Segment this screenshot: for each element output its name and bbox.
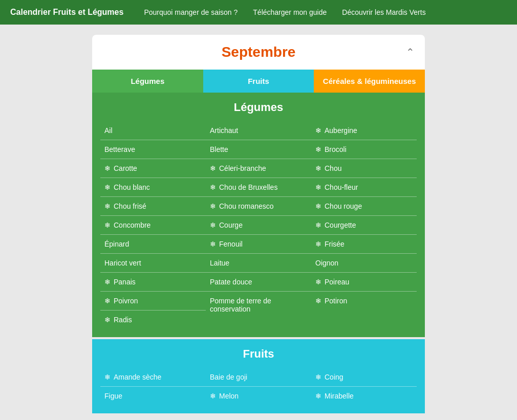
- nav-link-guide[interactable]: Télécharger mon guide: [253, 8, 327, 16]
- item-label: Amande sèche: [114, 373, 161, 381]
- snowflake-icon: ❄: [104, 316, 111, 324]
- item-label: Artichaut: [210, 126, 238, 135]
- item-label: Blette: [210, 145, 228, 153]
- top-nav: Calendrier Fruits et Légumes Pourquoi ma…: [0, 0, 517, 25]
- snowflake-icon: ❄: [104, 373, 111, 381]
- list-item: ❄Concombre: [100, 216, 206, 235]
- tab-fruits[interactable]: Fruits: [203, 70, 314, 93]
- nav-links: Pourquoi manger de saison ? Télécharger …: [144, 8, 425, 16]
- item-label: Chou romanesco: [219, 202, 274, 210]
- col-2: ❄Coing❄Mirabelle: [311, 368, 417, 405]
- item-label: Chou: [325, 164, 341, 172]
- list-item: ❄Coing: [311, 368, 417, 387]
- item-label: Panais: [114, 278, 136, 286]
- list-item: Épinard: [100, 235, 206, 254]
- tab-legumes[interactable]: Légumes: [92, 70, 203, 93]
- snowflake-icon: ❄: [210, 240, 216, 248]
- list-item: Ail: [100, 121, 206, 140]
- list-item: ❄Carotte: [100, 159, 206, 178]
- snowflake-icon: ❄: [315, 126, 321, 135]
- main-container: Septembre ⌃ Légumes Fruits Céréales & lé…: [92, 25, 425, 420]
- item-label: Ail: [104, 126, 113, 135]
- snowflake-icon: ❄: [210, 202, 216, 210]
- legumes-grid: AilBetterave❄Carotte❄Chou blanc❄Chou fri…: [100, 121, 417, 329]
- snowflake-icon: ❄: [104, 202, 111, 210]
- snowflake-icon: ❄: [315, 392, 321, 400]
- list-item: ❄Chou de Bruxelles: [206, 178, 311, 197]
- list-item: ❄Chou-fleur: [311, 178, 417, 197]
- item-label: Poireau: [325, 278, 349, 286]
- legumes-section-title: Légumes: [100, 101, 417, 114]
- tabs-row: Légumes Fruits Céréales & légumineuses: [92, 70, 425, 93]
- item-label: Brocoli: [325, 145, 347, 153]
- list-item: Pomme de terre de conservation: [206, 292, 311, 318]
- list-item: ❄Chou rouge: [311, 197, 417, 216]
- list-item: Haricot vert: [100, 254, 206, 273]
- item-label: Potiron: [325, 297, 347, 305]
- list-item: ❄Courge: [206, 216, 311, 235]
- fruits-grid: ❄Amande sècheFigueBaie de goji❄Melon❄Coi…: [100, 368, 417, 405]
- item-label: Chou rouge: [325, 202, 362, 210]
- nav-link-mardis[interactable]: Découvrir les Mardis Verts: [342, 8, 425, 16]
- fruits-section-title: Fruits: [100, 347, 417, 361]
- snowflake-icon: ❄: [104, 221, 111, 229]
- col-1: ArtichautBlette❄Céleri-branche❄Chou de B…: [206, 121, 311, 329]
- item-label: Chou frisé: [114, 202, 146, 210]
- item-label: Mirabelle: [325, 392, 354, 400]
- list-item: ❄Panais: [100, 273, 206, 292]
- list-item: ❄Amande sèche: [100, 368, 206, 387]
- item-label: Frisée: [325, 240, 344, 248]
- item-label: Concombre: [114, 221, 150, 229]
- list-item: Betterave: [100, 140, 206, 159]
- item-label: Patate douce: [210, 278, 252, 286]
- list-item: ❄Poivron: [100, 292, 206, 311]
- list-item: ❄Aubergine: [311, 121, 417, 140]
- item-label: Baie de goji: [210, 373, 247, 381]
- col-0: ❄Amande sècheFigue: [100, 368, 206, 405]
- list-item: ❄Mirabelle: [311, 387, 417, 405]
- list-item: Blette: [206, 140, 311, 159]
- list-item: ❄Fenouil: [206, 235, 311, 254]
- item-label: Courge: [219, 221, 243, 229]
- snowflake-icon: ❄: [104, 297, 111, 305]
- list-item: ❄Chou frisé: [100, 197, 206, 216]
- list-item: Figue: [100, 387, 206, 405]
- snowflake-icon: ❄: [315, 373, 321, 381]
- item-label: Poivron: [114, 297, 138, 305]
- item-label: Carotte: [114, 164, 137, 172]
- item-label: Courgette: [325, 221, 356, 229]
- item-label: Figue: [104, 392, 122, 400]
- list-item: Baie de goji: [206, 368, 311, 387]
- item-label: Coing: [325, 373, 343, 381]
- item-label: Betterave: [104, 145, 135, 153]
- list-item: ❄Chou: [311, 159, 417, 178]
- list-item: Laitue: [206, 254, 311, 273]
- snowflake-icon: ❄: [104, 278, 111, 286]
- list-item: ❄Chou romanesco: [206, 197, 311, 216]
- list-item: ❄Courgette: [311, 216, 417, 235]
- list-item: ❄Melon: [206, 387, 311, 405]
- col-2: ❄Aubergine❄Brocoli❄Chou❄Chou-fleur❄Chou …: [311, 121, 417, 329]
- chevron-up-icon[interactable]: ⌃: [406, 46, 415, 58]
- col-1: Baie de goji❄Melon: [206, 368, 311, 405]
- item-label: Céleri-branche: [219, 164, 266, 172]
- list-item: ❄Chou blanc: [100, 178, 206, 197]
- snowflake-icon: ❄: [104, 164, 111, 172]
- item-label: Aubergine: [325, 126, 357, 135]
- list-item: ❄Frisée: [311, 235, 417, 254]
- snowflake-icon: ❄: [315, 221, 321, 229]
- snowflake-icon: ❄: [315, 145, 321, 153]
- item-label: Laitue: [210, 259, 229, 267]
- snowflake-icon: ❄: [315, 183, 321, 191]
- tab-cereales[interactable]: Céréales & légumineuses: [314, 70, 425, 93]
- snowflake-icon: ❄: [210, 164, 216, 172]
- list-item: ❄Brocoli: [311, 140, 417, 159]
- col-0: AilBetterave❄Carotte❄Chou blanc❄Chou fri…: [100, 121, 206, 329]
- item-label: Oignon: [315, 259, 338, 267]
- snowflake-icon: ❄: [315, 278, 321, 286]
- snowflake-icon: ❄: [210, 221, 216, 229]
- list-item: Oignon: [311, 254, 417, 273]
- item-label: Melon: [219, 392, 239, 400]
- item-label: Chou blanc: [114, 183, 150, 191]
- nav-link-saison[interactable]: Pourquoi manger de saison ?: [144, 8, 238, 16]
